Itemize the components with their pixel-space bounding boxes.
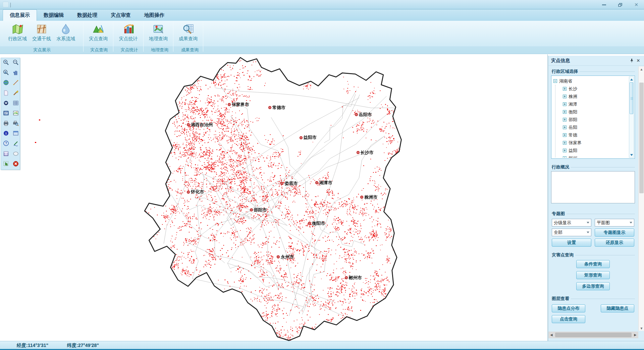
panel-close-button[interactable]: ✕: [635, 57, 642, 64]
ellipse-shape-button[interactable]: [11, 149, 20, 159]
ribbon-tab-1[interactable]: 信息展示: [3, 9, 37, 21]
city-label-长沙市: 长沙市: [357, 150, 374, 156]
paint-brush-button[interactable]: [11, 89, 20, 99]
ribbon-tab-4[interactable]: 灾点审查: [104, 9, 138, 21]
tree-node-张家界[interactable]: +张家界: [563, 139, 628, 147]
frame-window-button[interactable]: [1, 149, 11, 159]
scroll-up-icon[interactable]: [629, 77, 634, 82]
ribbon-tab-2[interactable]: 数据编辑: [37, 9, 70, 21]
tree-node-岳阳[interactable]: +岳阳: [563, 123, 628, 131]
scroll-left-icon[interactable]: ◄: [548, 333, 554, 337]
tree-node-邵阳[interactable]: +邵阳: [563, 116, 628, 123]
sketch-pen-icon: [12, 140, 19, 148]
panel-scroll-thumb[interactable]: [639, 83, 644, 193]
table-grid-button[interactable]: [11, 99, 20, 109]
map-view[interactable]: 张家界市常德市岳阳市湘西自治州益阳市长沙市娄底市湘潭市株洲市怀化市邵阳市衡阳市永…: [0, 54, 548, 341]
ribbon-tab-5[interactable]: 地图操作: [138, 9, 171, 21]
expand-icon[interactable]: +: [563, 110, 567, 114]
地理查询-button[interactable]: 地理查询: [146, 21, 170, 46]
tree-node-益阳[interactable]: +益阳: [563, 147, 628, 154]
zoom-extent-button[interactable]: [1, 68, 11, 78]
close-button[interactable]: ✕: [632, 1, 641, 8]
expand-icon[interactable]: +: [563, 133, 567, 137]
expand-icon[interactable]: +: [563, 141, 567, 145]
还原显示-button[interactable]: 还原显示: [595, 239, 634, 247]
city-name: 常德市: [272, 105, 285, 111]
stray-disaster-point: [39, 119, 40, 120]
city-name: 湘潭市: [319, 180, 332, 186]
expand-icon[interactable]: +: [563, 102, 567, 106]
city-marker-icon: [345, 276, 348, 279]
expand-icon[interactable]: +: [563, 126, 567, 129]
专题图显示-button[interactable]: 专题图显示: [595, 229, 634, 237]
scroll-down-icon[interactable]: ▼: [639, 326, 644, 331]
panel-horizontal-scrollbar[interactable]: ◄ ►: [548, 332, 638, 338]
layer-list-button[interactable]: [1, 109, 11, 119]
thematic-select[interactable]: 分级显示: [552, 219, 591, 227]
tree-node-常德[interactable]: +常德: [563, 131, 628, 139]
city-marker-icon: [360, 196, 363, 199]
tree-node-长沙[interactable]: +长沙: [563, 85, 628, 93]
expand-icon[interactable]: +: [563, 118, 567, 121]
zoom-in-button[interactable]: [1, 58, 11, 68]
ellipse-shape-icon: [12, 150, 19, 158]
city-name: 益阳市: [304, 135, 317, 141]
矩形查询-button[interactable]: 矩形查询: [576, 271, 610, 279]
info-button[interactable]: i: [1, 129, 11, 139]
expand-icon[interactable]: +: [563, 87, 567, 91]
minimize-button[interactable]: [600, 1, 608, 8]
panel-vertical-scrollbar[interactable]: ▲ ▼: [638, 66, 644, 331]
scroll-right-icon[interactable]: ►: [632, 333, 638, 337]
collapse-icon[interactable]: −: [553, 79, 557, 83]
灾点查询-button[interactable]: 灾点查询: [86, 21, 110, 46]
pan-hand-button[interactable]: [11, 68, 20, 78]
点击查询-button[interactable]: 点击查询: [552, 315, 585, 323]
thematic-select[interactable]: 平面图: [595, 219, 634, 227]
city-marker-icon: [187, 123, 190, 126]
print-button[interactable]: [1, 119, 11, 129]
pin-button[interactable]: [628, 57, 635, 64]
print-preview-button[interactable]: [11, 119, 20, 129]
scroll-down-icon[interactable]: [629, 153, 634, 157]
tree-node-株洲[interactable]: +株洲: [563, 93, 628, 100]
window-panel-button[interactable]: [11, 129, 20, 139]
restore-button[interactable]: [616, 1, 625, 8]
city-name: 张家界市: [232, 102, 249, 108]
select-arrow-button[interactable]: [1, 159, 11, 169]
ribbon-group: 地理查询: [144, 21, 173, 46]
scroll-up-icon[interactable]: ▲: [639, 66, 644, 72]
灾点统计-button[interactable]: 灾点统计: [116, 21, 141, 46]
eye-button[interactable]: [1, 99, 11, 109]
成果查询-button[interactable]: 成果查询: [176, 21, 200, 46]
ribbon-tab-3[interactable]: 数据处理: [70, 9, 104, 21]
expand-icon[interactable]: +: [563, 95, 567, 98]
多边形查询-button[interactable]: 多边形查询: [576, 282, 610, 290]
tree-scrollbar[interactable]: [629, 77, 634, 158]
select-arrow-icon: [3, 160, 9, 168]
globe-button[interactable]: [1, 78, 11, 88]
help-button[interactable]: ?: [1, 139, 11, 149]
measure-line-button[interactable]: [11, 78, 20, 88]
zoom-out-button[interactable]: [11, 58, 20, 68]
tree-scroll-thumb[interactable]: [630, 82, 633, 114]
image-view-button[interactable]: [11, 109, 20, 119]
设置-button[interactable]: 设置: [552, 239, 591, 247]
条件查询-button[interactable]: 条件查询: [576, 260, 610, 268]
delete-close-button[interactable]: [11, 159, 20, 169]
overview-textbox[interactable]: [551, 171, 635, 203]
隐藏隐患点-button[interactable]: 隐藏隐患点: [601, 304, 634, 312]
tree-node-湘潭[interactable]: +湘潭: [563, 100, 628, 108]
行政区域-button[interactable]: 行政区域: [5, 21, 30, 46]
tree-node-衡阳[interactable]: +衡阳: [563, 108, 628, 116]
expand-icon[interactable]: +: [563, 149, 567, 152]
tree-node-root[interactable]: −湖南省: [553, 77, 628, 85]
水系流域-button[interactable]: 水系流域: [54, 21, 78, 46]
交通干线-button[interactable]: 交通干线: [30, 21, 54, 46]
tree-node-郴州[interactable]: +郴州: [563, 154, 628, 158]
blank-page-button[interactable]: [1, 89, 11, 99]
panel-hscroll-thumb[interactable]: [555, 333, 632, 337]
thematic-select[interactable]: 全部: [552, 229, 591, 236]
隐患点分布-button[interactable]: 隐患点分布: [552, 304, 585, 312]
sketch-pen-button[interactable]: [11, 139, 20, 149]
expand-icon[interactable]: +: [563, 156, 567, 158]
